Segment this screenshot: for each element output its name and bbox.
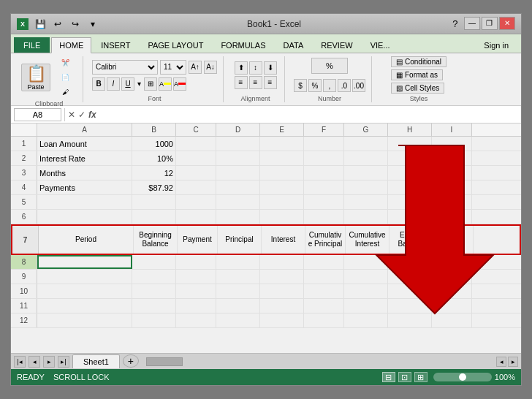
cell-d2[interactable] xyxy=(216,151,260,165)
cell-h3[interactable] xyxy=(388,166,432,180)
cell-e6[interactable] xyxy=(260,210,304,224)
formula-input[interactable] xyxy=(99,108,518,121)
tab-home[interactable]: HOME xyxy=(51,37,91,53)
cell-a7[interactable]: Period xyxy=(39,226,134,254)
cell-b11[interactable] xyxy=(132,299,176,313)
cell-f9[interactable] xyxy=(304,270,344,284)
cell-i12[interactable] xyxy=(432,314,472,327)
cell-h10[interactable] xyxy=(388,284,432,298)
minimize-button[interactable]: — xyxy=(464,17,480,30)
add-sheet-button[interactable]: + xyxy=(123,354,139,368)
bold-button[interactable]: B xyxy=(92,77,105,91)
cell-b10[interactable] xyxy=(132,284,176,298)
cell-e4[interactable] xyxy=(260,180,304,194)
cell-e5[interactable] xyxy=(260,195,304,209)
zoom-slider-thumb[interactable] xyxy=(459,373,466,381)
sheet-nav-prev[interactable]: ◂ xyxy=(28,356,40,368)
cell-i1[interactable] xyxy=(432,137,472,151)
cell-e3[interactable] xyxy=(260,166,304,180)
cell-i2[interactable] xyxy=(432,151,472,165)
percent-style-button[interactable]: % xyxy=(308,79,322,92)
row-header-5[interactable]: 5 xyxy=(11,195,37,209)
tab-insert[interactable]: INSERT xyxy=(93,37,138,53)
align-top-button[interactable]: ⬆ xyxy=(235,61,248,75)
cell-f1[interactable] xyxy=(304,137,344,151)
copy-button[interactable]: 📄 xyxy=(53,71,77,84)
cell-a3[interactable]: Months xyxy=(37,166,132,180)
confirm-formula-icon[interactable]: ✓ xyxy=(78,110,86,120)
cell-c4[interactable] xyxy=(176,180,216,194)
col-header-f[interactable]: F xyxy=(304,123,344,136)
underline-button[interactable]: U xyxy=(121,77,134,91)
border-button[interactable]: ⊞ xyxy=(144,77,157,91)
cell-i10[interactable] xyxy=(432,284,472,298)
cell-g12[interactable] xyxy=(344,314,388,327)
align-bottom-button[interactable]: ⬇ xyxy=(264,61,277,75)
tab-signin[interactable]: Sign in xyxy=(476,37,517,53)
horizontal-scrollbar[interactable] xyxy=(139,357,496,367)
cell-d8[interactable] xyxy=(216,255,260,269)
normal-view-button[interactable]: ⊟ xyxy=(382,372,395,382)
cell-g1[interactable] xyxy=(344,137,388,151)
cell-b12[interactable] xyxy=(132,314,176,327)
h-scroll-thumb[interactable] xyxy=(146,357,183,366)
cell-a11[interactable] xyxy=(37,299,132,313)
cell-b9[interactable] xyxy=(132,270,176,284)
cell-g2[interactable] xyxy=(344,151,388,165)
row-header-6[interactable]: 6 xyxy=(11,210,37,224)
save-button[interactable]: 💾 xyxy=(33,17,48,31)
col-header-h[interactable]: H xyxy=(388,123,432,136)
cell-a12[interactable] xyxy=(37,314,132,327)
col-header-d[interactable]: D xyxy=(216,123,260,136)
row-header-2[interactable]: 2 xyxy=(11,151,37,165)
cell-f7[interactable]: Cumulative Principal xyxy=(305,226,346,254)
cell-d6[interactable] xyxy=(216,210,260,224)
cell-e8[interactable] xyxy=(260,255,304,269)
col-header-e[interactable]: E xyxy=(260,123,304,136)
tab-file[interactable]: FILE xyxy=(14,37,50,53)
cell-i6[interactable] xyxy=(432,210,472,224)
sheet-nav-first[interactable]: |◂ xyxy=(14,356,26,368)
cell-h7[interactable]: Ending Balance xyxy=(390,226,433,254)
sheet-tab-sheet1[interactable]: Sheet1 xyxy=(72,354,120,368)
cell-e2[interactable] xyxy=(260,151,304,165)
fill-color-button[interactable]: A xyxy=(159,77,172,91)
cell-f4[interactable] xyxy=(304,180,344,194)
cell-a10[interactable] xyxy=(37,284,132,298)
cell-a4[interactable]: Payments xyxy=(37,180,132,194)
cell-d10[interactable] xyxy=(216,284,260,298)
col-header-c[interactable]: C xyxy=(176,123,216,136)
cell-f8[interactable] xyxy=(304,255,344,269)
cell-d7[interactable]: Principal xyxy=(218,226,262,254)
cell-e7[interactable]: Interest xyxy=(262,226,305,254)
cell-h5[interactable] xyxy=(388,195,432,209)
cell-h6[interactable] xyxy=(388,210,432,224)
cell-f12[interactable] xyxy=(304,314,344,327)
cell-h9[interactable] xyxy=(388,270,432,284)
cell-g6[interactable] xyxy=(344,210,388,224)
cell-f6[interactable] xyxy=(304,210,344,224)
cell-d4[interactable] xyxy=(216,180,260,194)
cell-b4[interactable]: $87.92 xyxy=(132,180,176,194)
cell-c3[interactable] xyxy=(176,166,216,180)
row-header-10[interactable]: 10 xyxy=(11,284,37,298)
align-left-button[interactable]: ≡ xyxy=(235,76,248,89)
cell-b1[interactable]: 1000 xyxy=(132,137,176,151)
tab-review[interactable]: REVIEW xyxy=(313,37,360,53)
cell-h1[interactable] xyxy=(388,137,432,151)
cell-g10[interactable] xyxy=(344,284,388,298)
decrease-font-button[interactable]: A↓ xyxy=(204,61,217,74)
col-header-a[interactable]: A xyxy=(37,123,132,136)
cell-g5[interactable] xyxy=(344,195,388,209)
row-header-8[interactable]: 8 xyxy=(11,255,37,269)
cell-d11[interactable] xyxy=(216,299,260,313)
font-size-select[interactable]: 11 xyxy=(160,60,186,75)
cell-a2[interactable]: Interest Rate xyxy=(37,151,132,165)
decrease-decimal-button[interactable]: .00 xyxy=(352,79,365,92)
comma-button[interactable]: , xyxy=(323,79,336,92)
name-box[interactable] xyxy=(14,108,61,121)
tab-data[interactable]: DATA xyxy=(276,37,312,53)
cell-g7[interactable]: Cumulative Interest xyxy=(346,226,390,254)
format-painter-button[interactable]: 🖌 xyxy=(53,86,77,99)
align-center-button[interactable]: ≡ xyxy=(249,76,262,89)
